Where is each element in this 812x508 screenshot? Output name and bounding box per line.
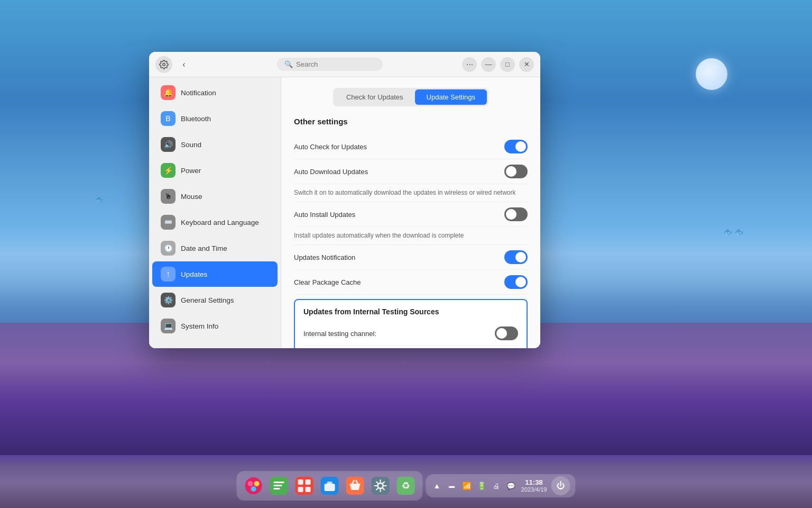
dock-item-notes[interactable] [267,474,291,497]
svg-point-0 [163,63,165,66]
tray-icon-wifi[interactable]: 📶 [461,480,473,492]
dock-item-basket[interactable] [344,474,367,497]
dock-item-recycle[interactable]: ♻ [394,474,418,497]
tab-check-updates[interactable]: Check for Updates [335,89,415,105]
dock-item-color-picker[interactable] [242,474,265,497]
fish-decoration-left: 🐟 [95,196,103,203]
auto-download-label: Auto Download Updates [294,168,368,176]
sidebar-item-sound[interactable]: 🔊 Sound [152,132,278,157]
clear-cache-label: Clear Package Cache [294,278,361,286]
tabs-row: Check for Updates Update Settings [333,88,488,106]
svg-point-3 [254,481,260,486]
settings-app-icon[interactable] [155,56,172,73]
system-tray: ▲ ▬ 📶 🔋 🖨 💬 11:38 2023/4/19 ⏻ [426,474,576,497]
sidebar-item-general[interactable]: ⚙️ General Settings [152,287,278,313]
setting-row-internal-channel: Internal testing channel: [303,321,518,346]
tray-icon-chat[interactable]: 💬 [505,480,517,492]
minimize-button[interactable]: — [481,57,496,72]
setting-row-clear-cache: Clear Package Cache [294,270,528,295]
svg-rect-6 [274,482,284,483]
internal-testing-title: Updates from Internal Testing Sources [303,307,518,316]
sidebar-label-bluetooth: Bluetooth [181,115,211,123]
sidebar-item-mouse[interactable]: 🖱 Mouse [152,184,278,209]
auto-install-desc: Install updates automatically when the d… [294,229,528,245]
sidebar-label-general: General Settings [181,296,234,304]
auto-download-toggle[interactable] [504,165,528,178]
svg-rect-12 [298,487,303,492]
close-button[interactable]: ✕ [519,57,534,72]
dock-item-grid[interactable] [293,474,316,497]
power-button[interactable]: ⏻ [551,476,570,495]
setting-row-auto-install: Auto Install Updates [294,202,528,227]
tray-icon-battery[interactable]: 🔋 [476,480,487,492]
content-area: 🔔 Notification B Bluetooth 🔊 Sound [149,77,540,348]
sidebar-label-keyboard: Keyboard and Language [181,219,259,226]
internal-testing-box: Updates from Internal Testing Sources In… [294,299,528,348]
sound-icon: 🔊 [161,137,176,152]
svg-rect-9 [296,477,313,495]
clock-time: 11:38 [525,478,542,487]
clock-area: 11:38 2023/4/19 [521,478,547,494]
tab-update-settings[interactable]: Update Settings [415,89,487,105]
window-controls: ⋯ — □ ✕ [462,57,534,72]
tray-icon-bar[interactable]: ▬ [446,480,458,492]
power-icon: ⚡ [161,163,176,178]
auto-check-toggle[interactable] [504,140,528,153]
updates-notification-toggle[interactable] [504,250,528,264]
taskbar: ♻ ▲ ▬ 📶 🔋 🖨 💬 11:38 2023/4/19 ⏻ [237,471,576,501]
mouse-icon: 🖱 [161,189,176,204]
title-bar-left: ‹ [155,56,198,73]
dock: ♻ [237,471,423,501]
dock-item-briefcase[interactable] [318,474,342,497]
clear-cache-toggle[interactable] [504,275,528,289]
svg-rect-11 [306,479,311,485]
sidebar-item-bluetooth[interactable]: B Bluetooth [152,106,278,131]
section-title: Other settings [294,117,528,126]
internal-channel-label: Internal testing channel: [303,330,376,338]
sidebar-item-notification[interactable]: 🔔 Notification [152,80,278,105]
auto-install-toggle[interactable] [504,207,528,221]
updates-notification-label: Updates Notification [294,253,355,261]
search-bar: 🔍 [198,58,462,71]
sysinfo-icon: 💻 [161,319,176,333]
setting-row-auto-download: Auto Download Updates [294,159,528,184]
sidebar-label-notification: Notification [181,89,216,97]
sidebar-item-power[interactable]: ⚡ Power [152,158,278,183]
keyboard-icon: ⌨️ [161,215,176,230]
svg-rect-15 [325,484,335,491]
moon-decoration [696,58,727,90]
sidebar-item-updates[interactable]: ↑ Updates [152,261,278,287]
back-button[interactable]: ‹ [177,57,191,72]
setting-row-auto-check: Auto Check for Updates [294,134,528,159]
sidebar-item-sysinfo[interactable]: 💻 System Info [152,313,278,339]
sidebar-label-mouse: Mouse [181,193,202,201]
notification-icon: 🔔 [161,85,176,100]
sidebar-label-datetime: Date and Time [181,244,227,252]
svg-point-1 [245,477,262,494]
clock-date: 2023/4/19 [521,486,547,493]
sidebar-label-sound: Sound [181,141,201,149]
maximize-button[interactable]: □ [500,57,515,72]
tray-icon-printer[interactable]: 🖨 [491,480,502,492]
auto-install-label: Auto Install Updates [294,211,355,219]
title-bar: ‹ 🔍 ⋯ — □ ✕ [149,52,540,77]
sidebar-label-updates: Updates [181,270,207,278]
tray-icon-up[interactable]: ▲ [431,480,443,492]
svg-point-2 [248,481,253,486]
search-input-wrapper[interactable]: 🔍 [277,58,383,71]
dock-item-settings[interactable] [369,474,392,497]
bluetooth-icon: B [161,111,176,126]
internal-channel-toggle[interactable] [495,326,518,340]
svg-rect-8 [274,488,280,489]
svg-text:♻: ♻ [402,480,410,491]
svg-rect-7 [274,485,282,486]
auto-check-label: Auto Check for Updates [294,143,367,151]
svg-rect-10 [298,479,303,485]
more-options-button[interactable]: ⋯ [462,57,477,72]
sidebar-item-keyboard[interactable]: ⌨️ Keyboard and Language [152,210,278,235]
search-input[interactable] [296,60,375,68]
sidebar: 🔔 Notification B Bluetooth 🔊 Sound [149,77,281,348]
sidebar-item-datetime[interactable]: 🕐 Date and Time [152,235,278,261]
main-panel: Check for Updates Update Settings Other … [281,77,540,348]
svg-rect-16 [327,482,333,485]
